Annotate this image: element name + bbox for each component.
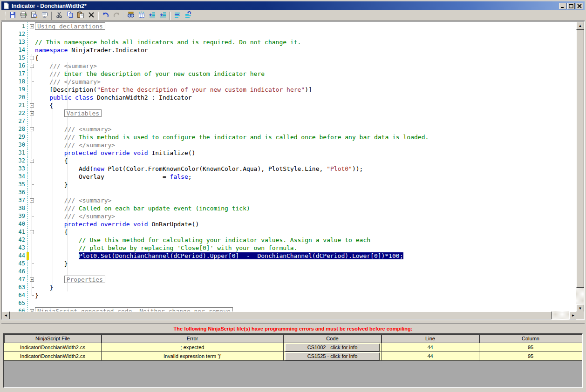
code-line-39[interactable]: 39 /// </summary> [2, 212, 576, 220]
fold-margin[interactable]: - [29, 54, 35, 62]
code-line-20[interactable]: 20 public class DonchianWidth2 : Indicat… [2, 94, 576, 101]
code-line-35[interactable]: 35 } [2, 181, 576, 189]
code-line-14[interactable]: 14namespace NinjaTrader.Indicator [2, 46, 576, 54]
collapsed-region[interactable]: Variables [64, 109, 102, 117]
vertical-scroll-track[interactable] [576, 288, 584, 304]
maximize-button[interactable] [567, 3, 575, 9]
error-row[interactable]: Indicator\DonchianWidth2.cs; expectedCS1… [4, 343, 582, 352]
collapse-icon[interactable]: - [30, 56, 34, 60]
toolbar-copy-button[interactable] [64, 11, 75, 21]
fold-margin[interactable]: - [29, 228, 35, 236]
error-row[interactable]: Indicator\DonchianWidth2.csInvalid expre… [4, 352, 582, 361]
code-line-42[interactable]: 42 // Use this method for calculating yo… [2, 236, 576, 244]
code-line-22[interactable]: 22+ Variables [2, 109, 576, 117]
fold-margin[interactable]: + [29, 22, 35, 30]
horizontal-scrollbar[interactable]: ◄ ► [2, 311, 576, 319]
code-line-13[interactable]: 13// This namespace holds all indicators… [2, 38, 576, 46]
code-line-16[interactable]: 16- /// <summary> [2, 62, 576, 70]
collapsed-region[interactable]: Properties [64, 276, 105, 283]
horizontal-scroll-track[interactable] [552, 311, 569, 319]
code-line-27[interactable]: 27 [2, 117, 576, 125]
collapse-icon[interactable]: - [30, 159, 34, 163]
code-line-40[interactable]: 40 protected override void OnBarUpdate() [2, 220, 576, 228]
toolbar-save-button[interactable] [7, 11, 18, 21]
fold-margin[interactable]: + [29, 276, 35, 284]
minimize-button[interactable] [559, 3, 566, 9]
toolbar-find-button[interactable] [125, 11, 136, 21]
collapse-icon[interactable]: - [30, 230, 34, 234]
code-line-33[interactable]: 33 Add(new Plot(Color.FromKnownColor(Kno… [2, 165, 576, 173]
column-header-column[interactable]: Column [479, 334, 582, 343]
code-line-32[interactable]: 32- { [2, 157, 576, 165]
fold-margin[interactable]: - [29, 196, 35, 204]
error-code-info-button[interactable]: CS1002 - click for info [285, 344, 380, 351]
code-line-47[interactable]: 47+ Properties [2, 276, 576, 284]
toolbar-print-preview-button[interactable] [28, 11, 39, 21]
code-editor[interactable]: 1+Using declarations1213// This namespac… [1, 21, 585, 320]
expand-icon[interactable]: + [30, 111, 34, 115]
code-line-66[interactable]: 66+NinjaScript generated code. Neither c… [2, 307, 576, 311]
toolbar-cut-button[interactable] [54, 11, 64, 21]
code-line-36[interactable]: 36 [2, 189, 576, 196]
scroll-left-button[interactable]: ◄ [2, 311, 10, 319]
toolbar-paste-button[interactable] [75, 11, 86, 21]
code-line-63[interactable]: 63 } [2, 284, 576, 291]
toolbar-uncomment-button[interactable] [183, 11, 193, 21]
collapse-icon[interactable]: - [30, 127, 34, 131]
toolbar-presentation-button[interactable] [39, 11, 50, 21]
code-line-37[interactable]: 37- /// <summary> [2, 196, 576, 204]
code-line-19[interactable]: 19 [Description("Enter the description o… [2, 86, 576, 94]
toolbar-undo-button[interactable] [100, 11, 111, 21]
collapse-icon[interactable]: - [30, 198, 34, 203]
close-button[interactable] [576, 3, 583, 9]
title-bar[interactable]: Indicator - DonchianWidth2* [1, 1, 585, 10]
collapse-icon[interactable]: - [30, 64, 34, 68]
code-line-44[interactable]: 44 Plot0.Set(DonchianChannel(dCPeriod).U… [2, 252, 576, 260]
column-header-code[interactable]: Code [284, 334, 382, 343]
code-view[interactable]: 1+Using declarations1213// This namespac… [2, 22, 576, 311]
column-header-line[interactable]: Line [382, 334, 479, 343]
scroll-up-button[interactable]: ▲ [576, 22, 584, 30]
code-line-21[interactable]: 21- { [2, 101, 576, 109]
collapse-icon[interactable]: - [30, 103, 34, 108]
code-line-28[interactable]: 28- /// <summary> [2, 125, 576, 133]
fold-margin[interactable]: - [29, 62, 35, 70]
error-code-info-button[interactable]: CS1525 - click for info [285, 352, 380, 360]
column-header-error[interactable]: Error [102, 334, 284, 343]
code-line-18[interactable]: 18 /// </summary> [2, 78, 576, 86]
fold-margin[interactable]: + [29, 109, 35, 117]
expand-icon[interactable]: + [30, 24, 34, 28]
fold-margin[interactable]: + [29, 307, 35, 311]
code-line-12[interactable]: 12 [2, 30, 576, 38]
code-line-45[interactable]: 45 } [2, 260, 576, 268]
code-line-46[interactable]: 46 [2, 268, 576, 276]
toolbar-grip[interactable] [4, 12, 6, 20]
code-line-30[interactable]: 30 /// </summary> [2, 141, 576, 149]
code-line-1[interactable]: 1+Using declarations [2, 22, 576, 30]
code-line-15[interactable]: 15-{ [2, 54, 576, 62]
toolbar-grid-button[interactable] [136, 11, 147, 21]
toolbar-indent-button[interactable] [157, 11, 168, 21]
fold-margin[interactable]: - [29, 101, 35, 109]
code-line-65[interactable]: 65 [2, 299, 576, 307]
code-line-64[interactable]: 64} [2, 291, 576, 299]
editor-errors-splitter[interactable] [1, 320, 585, 324]
column-header-ninjascript-file[interactable]: NinjaScript File [4, 334, 102, 343]
code-line-31[interactable]: 31 protected override void Initialize() [2, 149, 576, 157]
code-line-41[interactable]: 41- { [2, 228, 576, 236]
expand-icon[interactable]: + [30, 277, 34, 282]
toolbar-redo-button[interactable] [111, 11, 122, 21]
toolbar-print-button[interactable] [18, 11, 28, 21]
toolbar-comment-button[interactable] [172, 11, 183, 21]
horizontal-scroll-thumb[interactable] [10, 311, 552, 319]
code-line-17[interactable]: 17 /// Enter the description of your new… [2, 70, 576, 78]
code-line-34[interactable]: 34 Overlay = false; [2, 173, 576, 181]
code-line-38[interactable]: 38 /// Called on each bar update event (… [2, 204, 576, 212]
fold-margin[interactable]: - [29, 125, 35, 133]
code-line-29[interactable]: 29 /// This method is used to configure … [2, 133, 576, 141]
toolbar-outdent-button[interactable] [147, 11, 157, 21]
toolbar-delete-button[interactable] [86, 11, 96, 21]
code-line-43[interactable]: 43 // plot below by replacing 'Close[0]'… [2, 244, 576, 252]
collapsed-region[interactable]: NinjaScript generated code. Neither chan… [35, 307, 233, 311]
collapsed-region[interactable]: Using declarations [35, 22, 105, 30]
